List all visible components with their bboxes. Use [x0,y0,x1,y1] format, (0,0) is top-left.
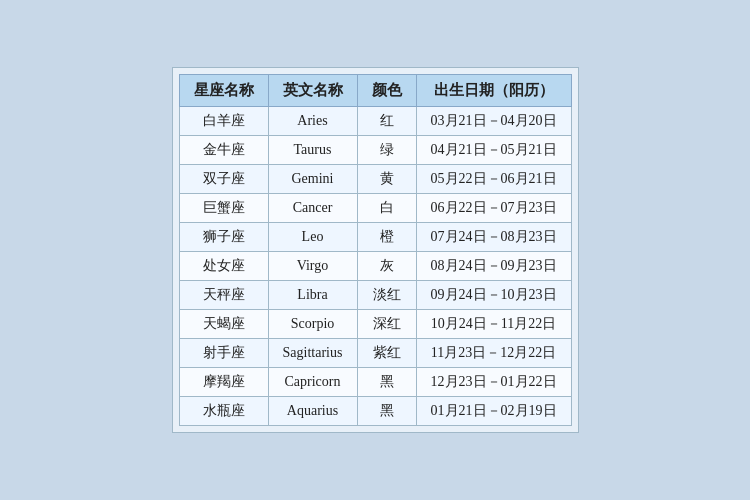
cell-color: 黑 [357,368,416,397]
cell-chinese-name: 处女座 [179,252,268,281]
cell-chinese-name: 水瓶座 [179,397,268,426]
table-row: 水瓶座Aquarius黑01月21日－02月19日 [179,397,571,426]
header-color: 颜色 [357,75,416,107]
cell-dates: 06月22日－07月23日 [416,194,571,223]
cell-english-name: Libra [268,281,357,310]
header-english-name: 英文名称 [268,75,357,107]
table-body: 白羊座Aries红03月21日－04月20日金牛座Taurus绿04月21日－0… [179,107,571,426]
cell-english-name: Aries [268,107,357,136]
table-row: 射手座Sagittarius紫红11月23日－12月22日 [179,339,571,368]
cell-color: 深红 [357,310,416,339]
header-dates: 出生日期（阳历） [416,75,571,107]
cell-english-name: Leo [268,223,357,252]
cell-dates: 09月24日－10月23日 [416,281,571,310]
cell-color: 灰 [357,252,416,281]
zodiac-table: 星座名称 英文名称 颜色 出生日期（阳历） 白羊座Aries红03月21日－04… [179,74,572,426]
cell-chinese-name: 金牛座 [179,136,268,165]
cell-dates: 04月21日－05月21日 [416,136,571,165]
cell-chinese-name: 巨蟹座 [179,194,268,223]
cell-color: 橙 [357,223,416,252]
table-row: 摩羯座Capricorn黑12月23日－01月22日 [179,368,571,397]
cell-chinese-name: 天秤座 [179,281,268,310]
cell-chinese-name: 双子座 [179,165,268,194]
cell-chinese-name: 射手座 [179,339,268,368]
cell-english-name: Gemini [268,165,357,194]
cell-english-name: Capricorn [268,368,357,397]
cell-chinese-name: 天蝎座 [179,310,268,339]
table-row: 巨蟹座Cancer白06月22日－07月23日 [179,194,571,223]
cell-color: 紫红 [357,339,416,368]
cell-dates: 10月24日－11月22日 [416,310,571,339]
cell-english-name: Virgo [268,252,357,281]
cell-english-name: Scorpio [268,310,357,339]
table-row: 天秤座Libra淡红09月24日－10月23日 [179,281,571,310]
cell-dates: 07月24日－08月23日 [416,223,571,252]
cell-chinese-name: 摩羯座 [179,368,268,397]
table-row: 白羊座Aries红03月21日－04月20日 [179,107,571,136]
cell-dates: 03月21日－04月20日 [416,107,571,136]
table-row: 天蝎座Scorpio深红10月24日－11月22日 [179,310,571,339]
cell-english-name: Cancer [268,194,357,223]
table-row: 金牛座Taurus绿04月21日－05月21日 [179,136,571,165]
cell-color: 绿 [357,136,416,165]
cell-chinese-name: 狮子座 [179,223,268,252]
cell-dates: 05月22日－06月21日 [416,165,571,194]
cell-english-name: Aquarius [268,397,357,426]
table-row: 狮子座Leo橙07月24日－08月23日 [179,223,571,252]
cell-dates: 08月24日－09月23日 [416,252,571,281]
cell-color: 黑 [357,397,416,426]
cell-color: 红 [357,107,416,136]
cell-dates: 12月23日－01月22日 [416,368,571,397]
table-header-row: 星座名称 英文名称 颜色 出生日期（阳历） [179,75,571,107]
table-row: 双子座Gemini黄05月22日－06月21日 [179,165,571,194]
zodiac-table-container: 星座名称 英文名称 颜色 出生日期（阳历） 白羊座Aries红03月21日－04… [172,67,579,433]
cell-dates: 01月21日－02月19日 [416,397,571,426]
cell-dates: 11月23日－12月22日 [416,339,571,368]
cell-color: 黄 [357,165,416,194]
cell-english-name: Sagittarius [268,339,357,368]
cell-chinese-name: 白羊座 [179,107,268,136]
cell-english-name: Taurus [268,136,357,165]
cell-color: 白 [357,194,416,223]
cell-color: 淡红 [357,281,416,310]
header-chinese-name: 星座名称 [179,75,268,107]
table-row: 处女座Virgo灰08月24日－09月23日 [179,252,571,281]
